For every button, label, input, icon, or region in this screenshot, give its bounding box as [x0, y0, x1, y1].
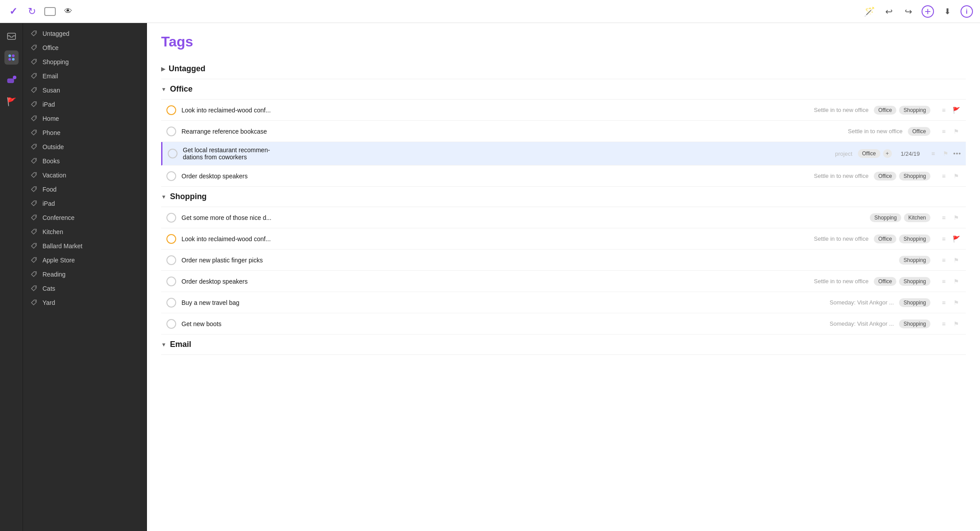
- section-header-email[interactable]: ▼ Email: [161, 335, 966, 355]
- note-icon[interactable]: ≡: [939, 213, 948, 222]
- tag-badge[interactable]: Shopping: [870, 213, 901, 222]
- section-header-shopping[interactable]: ▼ Shopping: [161, 187, 966, 207]
- task-checkbox[interactable]: [166, 105, 176, 115]
- download-icon[interactable]: ⬇: [941, 5, 953, 18]
- note-icon[interactable]: ≡: [939, 298, 948, 307]
- flag-icon[interactable]: ⚑: [941, 149, 950, 158]
- eye-icon[interactable]: 👁: [62, 5, 74, 18]
- note-icon[interactable]: ≡: [939, 319, 948, 328]
- grid-icon[interactable]: [4, 50, 19, 65]
- tag-badge[interactable]: Shopping: [899, 277, 930, 286]
- task-row[interactable]: Get new boots Someday: Visit Ankgor ... …: [161, 313, 966, 335]
- task-row[interactable]: Buy a new travel bag Someday: Visit Ankg…: [161, 292, 966, 313]
- sidebar-item-home[interactable]: Home: [23, 112, 147, 126]
- task-checkbox[interactable]: [166, 298, 176, 308]
- flag-icon[interactable]: ⚑: [952, 319, 961, 328]
- flag-icon[interactable]: ⚑: [952, 127, 961, 136]
- flag-icon[interactable]: ⚑: [952, 277, 961, 286]
- tag-badge[interactable]: Office: [858, 149, 880, 158]
- sidebar-item-vacation[interactable]: Vacation: [23, 168, 147, 182]
- tag-badge[interactable]: Office: [874, 172, 896, 181]
- sidebar-item-office[interactable]: Office: [23, 41, 147, 55]
- task-tags: Shopping Kitchen: [870, 213, 930, 222]
- note-icon[interactable]: ≡: [939, 277, 948, 286]
- note-icon[interactable]: ≡: [939, 235, 948, 243]
- sidebar-item-ipad2[interactable]: iPad: [23, 196, 147, 211]
- sidebar-item-applestore[interactable]: Apple Store: [23, 253, 147, 267]
- note-icon[interactable]: ≡: [939, 256, 948, 265]
- task-project: Settle in to new office: [814, 235, 868, 242]
- tag-badge[interactable]: Office: [874, 235, 896, 243]
- task-checkbox[interactable]: [166, 127, 176, 136]
- sidebar-item-books[interactable]: Books: [23, 154, 147, 168]
- task-row[interactable]: Get some more of those nice d... Shoppin…: [161, 207, 966, 228]
- tag-badge[interactable]: Shopping: [899, 172, 930, 181]
- section-header-office[interactable]: ▼ Office: [161, 79, 966, 100]
- tag-badge[interactable]: Kitchen: [904, 213, 930, 222]
- sidebar-item-susan[interactable]: Susan: [23, 83, 147, 97]
- note-icon[interactable]: ≡: [939, 127, 948, 136]
- flag-nav-icon[interactable]: 🚩: [4, 95, 19, 109]
- task-checkbox[interactable]: [166, 171, 176, 181]
- inbox-icon[interactable]: [4, 28, 19, 42]
- sidebar-item-yard[interactable]: Yard: [23, 296, 147, 310]
- task-row[interactable]: Order new plastic finger picks Shopping …: [161, 250, 966, 271]
- task-row-selected[interactable]: Get local restaurant recommen-dations fr…: [161, 142, 966, 165]
- task-actions: ≡ ⚑: [929, 149, 961, 158]
- add-icon[interactable]: +: [922, 5, 934, 18]
- tag-badge[interactable]: Office: [874, 277, 896, 286]
- task-checkbox[interactable]: [166, 255, 176, 265]
- sidebar-toggle-icon[interactable]: [44, 7, 56, 16]
- task-row[interactable]: Order desktop speakers Settle in to new …: [161, 165, 966, 187]
- tag-badge[interactable]: Shopping: [899, 298, 930, 307]
- flag-icon[interactable]: 🚩: [952, 235, 961, 243]
- sidebar-item-cats[interactable]: Cats: [23, 281, 147, 296]
- check-icon[interactable]: ✓: [7, 5, 19, 18]
- info-icon[interactable]: i: [961, 5, 973, 18]
- sidebar-item-shopping[interactable]: Shopping: [23, 55, 147, 69]
- flag-icon[interactable]: ⚑: [952, 213, 961, 222]
- tag-badge[interactable]: Shopping: [899, 106, 930, 115]
- flag-icon[interactable]: ⚑: [952, 298, 961, 307]
- flag-icon[interactable]: ⚑: [952, 172, 961, 181]
- tag-plus-button[interactable]: +: [883, 149, 892, 158]
- section-header-untagged[interactable]: ▶ Untagged: [161, 59, 966, 79]
- sidebar-item-conference[interactable]: Conference: [23, 211, 147, 225]
- magic-icon[interactable]: 🪄: [863, 5, 876, 18]
- sidebar-item-food[interactable]: Food: [23, 182, 147, 196]
- task-checkbox[interactable]: [168, 149, 177, 158]
- note-icon[interactable]: ≡: [939, 106, 948, 115]
- tag-badge[interactable]: Shopping: [899, 319, 930, 328]
- redo-icon[interactable]: ↪: [902, 5, 914, 18]
- svg-point-2: [12, 54, 15, 57]
- task-checkbox[interactable]: [166, 234, 176, 244]
- sidebar-item-outside[interactable]: Outside: [23, 140, 147, 154]
- sidebar-item-email[interactable]: Email: [23, 69, 147, 83]
- sidebar-item-ipad1[interactable]: iPad: [23, 97, 147, 112]
- more-options[interactable]: [953, 153, 961, 154]
- task-row[interactable]: Order desktop speakers Settle in to new …: [161, 271, 966, 292]
- note-icon[interactable]: ≡: [939, 172, 948, 181]
- sidebar-item-ballard[interactable]: Ballard Market: [23, 239, 147, 253]
- task-row[interactable]: Look into reclaimed-wood conf... Settle …: [161, 228, 966, 250]
- sidebar-item-reading[interactable]: Reading: [23, 267, 147, 281]
- flag-icon[interactable]: 🚩: [952, 106, 961, 115]
- tag-badge[interactable]: Shopping: [899, 256, 930, 265]
- refresh-icon[interactable]: ↻: [26, 5, 38, 18]
- note-icon[interactable]: ≡: [929, 149, 938, 158]
- sidebar-item-phone[interactable]: Phone: [23, 126, 147, 140]
- task-checkbox[interactable]: [166, 277, 176, 286]
- tag-badge[interactable]: Shopping: [899, 235, 930, 243]
- sidebar-label-phone: Phone: [42, 129, 60, 136]
- task-checkbox[interactable]: [166, 319, 176, 329]
- tag-badge[interactable]: Office: [908, 127, 930, 136]
- tag-nav-icon[interactable]: [4, 73, 19, 87]
- task-checkbox[interactable]: [166, 213, 176, 223]
- task-row[interactable]: Rearrange reference bookcase Settle in t…: [161, 121, 966, 142]
- sidebar-item-kitchen[interactable]: Kitchen: [23, 225, 147, 239]
- sidebar-item-untagged[interactable]: Untagged: [23, 27, 147, 41]
- undo-icon[interactable]: ↩: [883, 5, 895, 18]
- task-row[interactable]: Look into reclaimed-wood conf... Settle …: [161, 100, 966, 121]
- flag-icon[interactable]: ⚑: [952, 256, 961, 265]
- tag-badge[interactable]: Office: [874, 106, 896, 115]
